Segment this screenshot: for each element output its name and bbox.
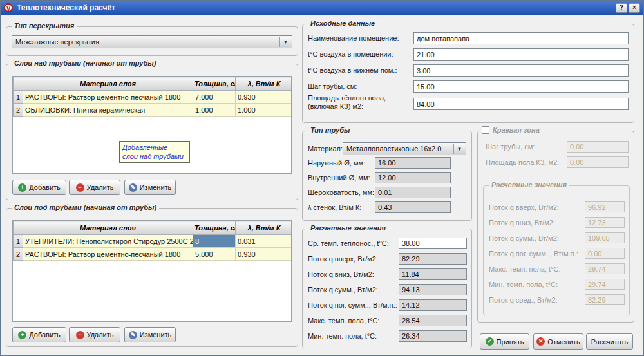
material-cell[interactable]: РАСТВОРЫ: Раствор цементно-песчаный 1800	[23, 248, 193, 261]
edge-flux-up-field	[585, 201, 625, 212]
edge-calc-values-group: Расчетные значения Поток q вверх, Вт/м2:…	[483, 185, 630, 315]
edge-flux-down-field	[585, 217, 625, 228]
note-line: Добавленные	[122, 143, 187, 152]
chevron-down-icon[interactable]: ▾	[279, 37, 291, 47]
edit-icon: ✎	[129, 331, 137, 339]
flux-up-label: Поток q вверх, Вт/м2:	[308, 255, 378, 263]
row-number-cell[interactable]: 2	[14, 104, 23, 117]
room-name-input[interactable]	[413, 32, 629, 44]
edge-flux-total-field	[585, 232, 625, 243]
floor-type-combo-value: Межэтажные перекрытия	[15, 38, 99, 46]
edge-calc-values-group-title: Расчетные значения	[489, 181, 569, 189]
edge-zone-checkbox[interactable]	[482, 126, 489, 134]
close-button[interactable]: ×	[629, 3, 640, 13]
window-title: Теплотехнический расчёт	[17, 3, 614, 12]
help-button[interactable]: ?	[616, 3, 627, 13]
row-number-cell[interactable]: 2	[14, 248, 23, 261]
accept-button[interactable]: ✓ Принять	[480, 333, 529, 350]
table-row[interactable]: 2 РАСТВОРЫ: Раствор цементно-песчаный 18…	[14, 248, 292, 261]
material-cell[interactable]: УТЕПЛИТЕЛИ: Пенополистирол Стиродур 2500…	[23, 235, 193, 248]
edge-zone-group-title: Краевая зона	[479, 126, 542, 134]
outer-diameter-label: Наружный Ø, мм:	[308, 159, 365, 167]
edge-flux-total-label: Поток q сумм., Вт/м2:	[489, 234, 559, 243]
edit-button-label: Изменить	[140, 183, 172, 191]
thickness-cell[interactable]: 7.000	[193, 91, 236, 104]
app-logo-icon: V	[4, 3, 13, 12]
room-temp-input[interactable]	[413, 48, 629, 61]
edge-area-label: Площадь пола КЗ, м2:	[486, 158, 559, 167]
pipe-material-label: Материал:	[308, 145, 343, 153]
avg-coolant-temp-label: Ср. темп. теплонос., t°C:	[308, 239, 389, 248]
floor-area-input[interactable]	[413, 98, 629, 110]
material-cell[interactable]: ОБЛИЦОВКИ: Плитка керамическая	[23, 104, 193, 117]
layers-below-group-title: Слои под трубами (начиная от трубы)	[12, 203, 159, 211]
remove-icon: −	[76, 183, 84, 192]
edge-min-floor-temp-field	[585, 279, 625, 290]
source-data-group: Исходные данные Наименование помещение: …	[302, 24, 634, 123]
calc-values-group: Расчетные значения Ср. темп. теплонос., …	[302, 229, 472, 348]
floor-type-combo[interactable]: Межэтажные перекрытия ▾	[12, 35, 292, 48]
thickness-cell[interactable]: 1.000	[193, 104, 236, 117]
layers-above-note: Добавленные слои над трубами	[119, 141, 190, 163]
layers-above-group-title: Слои над трубами (начиная от трубы)	[12, 59, 158, 67]
row-number-cell[interactable]: 1	[14, 91, 23, 104]
chevron-down-icon[interactable]: ▾	[453, 144, 465, 154]
material-cell[interactable]: РАСТВОРЫ: Раствор цементно-песчаный 1800	[23, 91, 193, 104]
pipe-material-combo[interactable]: Металлопластиковые 16х2.0 ▾	[343, 142, 466, 155]
layers-above-edit-button[interactable]: ✎ Изменить	[124, 180, 176, 195]
thickness-cell[interactable]: 5.000	[193, 248, 236, 261]
cancel-button[interactable]: ✕ Отменить	[533, 333, 583, 350]
table-row[interactable]: 1 РАСТВОРЫ: Раствор цементно-песчаный 18…	[14, 91, 292, 104]
table-header-row: Материал слоя Толщина, см λ, Вт/м К	[14, 77, 292, 91]
edge-flux-avg-label: Поток q сред., Вт/м2:	[489, 296, 558, 304]
lambda-cell[interactable]: 1.000	[236, 104, 292, 117]
layers-below-edit-button[interactable]: ✎ Изменить	[124, 327, 176, 342]
thickness-cell-selected[interactable]: 8	[193, 235, 236, 248]
table-row[interactable]: 2 ОБЛИЦОВКИ: Плитка керамическая 1.000 1…	[14, 104, 292, 117]
lower-room-temp-input[interactable]	[413, 64, 629, 77]
col-header-lambda: λ, Вт/м К	[236, 221, 292, 235]
lambda-cell[interactable]: 0.930	[236, 248, 292, 261]
lambda-cell[interactable]: 0.930	[236, 91, 292, 104]
avg-coolant-temp-input[interactable]	[399, 238, 467, 249]
dialog-window: V Теплотехнический расчёт ? × Тип перекр…	[0, 0, 644, 356]
layers-above-add-button[interactable]: + Добавить	[12, 180, 66, 195]
note-line: слои над трубами	[122, 152, 187, 161]
col-header-thickness: Толщина, см	[193, 77, 236, 91]
flux-up-field	[399, 253, 467, 265]
table-row[interactable]: 1 УТЕПЛИТЕЛИ: Пенополистирол Стиродур 25…	[14, 235, 292, 248]
layers-above-remove-button[interactable]: − Удалить	[69, 180, 120, 195]
remove-button-label: Удалить	[87, 331, 114, 339]
row-number-cell[interactable]: 1	[14, 235, 23, 248]
source-data-group-title: Исходные данные	[308, 19, 377, 27]
layers-below-group: Слои под трубами (начиная от трубы) Мате…	[6, 208, 298, 347]
col-header-thickness: Толщина, см	[193, 221, 236, 235]
pipe-type-group: Тип трубы Материал: Металлопластиковые 1…	[302, 131, 472, 221]
floor-type-group: Тип перекрытия Межэтажные перекрытия ▾	[6, 26, 298, 56]
remove-button-label: Удалить	[87, 183, 114, 191]
min-floor-temp-field	[399, 330, 467, 342]
add-button-label: Добавить	[29, 183, 61, 191]
lambda-cell[interactable]: 0.031	[236, 235, 292, 248]
cancel-icon: ✕	[536, 337, 545, 346]
layers-below-add-button[interactable]: + Добавить	[12, 327, 66, 342]
flux-total-field	[399, 284, 467, 295]
floor-area-label: Площадь тёплого пола, (включая КЗ) м2:	[308, 94, 411, 111]
edge-zone-title-text: Краевая зона	[493, 126, 540, 134]
edge-flux-linear-field	[585, 248, 625, 259]
layers-below-remove-button[interactable]: − Удалить	[69, 327, 120, 342]
cancel-button-label: Отменить	[547, 338, 580, 346]
remove-icon: −	[76, 331, 84, 339]
add-icon: +	[18, 331, 26, 339]
calculate-button[interactable]: Рассчитать	[586, 333, 633, 350]
pipe-step-input[interactable]	[413, 80, 629, 93]
lower-room-temp-label: t°C воздуха в нижнем пом.:	[308, 66, 411, 75]
edge-flux-down-label: Поток q вниз, Вт/м2:	[489, 219, 555, 227]
row-number-header	[14, 77, 23, 91]
edge-min-floor-temp-label: Мин. темп. пола, t°C:	[489, 281, 558, 289]
accept-icon: ✓	[486, 337, 494, 346]
edge-pipe-step-label: Шаг трубы, см:	[486, 143, 535, 151]
edit-icon: ✎	[129, 183, 137, 192]
layers-above-group: Слои над трубами (начиная от трубы) Мате…	[6, 64, 298, 200]
pipe-type-group-title: Тип трубы	[308, 126, 352, 134]
